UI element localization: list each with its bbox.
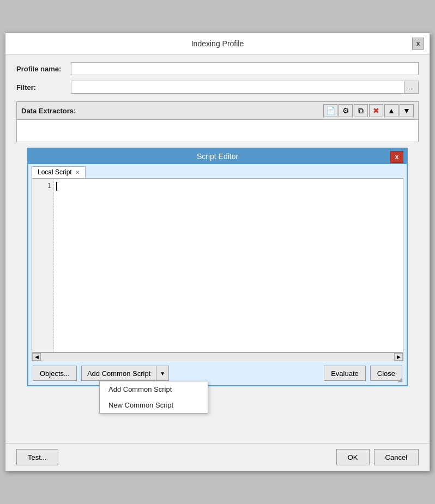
script-editor-tabs: Local Script ✕ <box>28 164 407 178</box>
filter-label: Filter: <box>16 83 65 92</box>
data-extractors-label: Data Extractors: <box>21 107 76 115</box>
line-numbers: 1 <box>32 179 54 352</box>
scroll-track[interactable] <box>41 353 394 361</box>
settings-button[interactable]: ⚙ <box>339 104 353 117</box>
scroll-right-button[interactable]: ▶ <box>394 353 403 361</box>
resize-handle[interactable]: ◢ <box>395 374 404 384</box>
cancel-button[interactable]: Cancel <box>374 449 419 465</box>
filter-input[interactable] <box>71 81 404 93</box>
copy-button[interactable]: ⧉ <box>354 104 368 117</box>
data-extractors-header: Data Extractors: 📄 ⚙ ⧉ ✖ ▲ <box>17 102 418 120</box>
objects-button[interactable]: Objects... <box>33 366 77 381</box>
move-down-button[interactable]: ▼ <box>400 104 414 117</box>
down-icon: ▼ <box>403 106 410 115</box>
main-dialog-footer: Test... OK Cancel <box>5 443 430 471</box>
delete-button[interactable]: ✖ <box>369 104 383 117</box>
profile-name-row: Profile name: <box>16 62 419 75</box>
filter-input-wrap: ... <box>71 81 419 94</box>
text-cursor <box>56 182 57 191</box>
toolbar-icons: 📄 ⚙ ⧉ ✖ ▲ ▼ <box>323 104 414 117</box>
profile-name-label: Profile name: <box>16 65 65 73</box>
script-editor-footer: Objects... Add Common Script ▼ Evaluate … <box>28 361 407 385</box>
tab-local-script[interactable]: Local Script ✕ <box>32 166 86 178</box>
data-extractors-body <box>17 120 418 142</box>
tab-close-icon[interactable]: ✕ <box>75 169 80 175</box>
dropdown-arrow-icon: ▼ <box>160 371 165 377</box>
gear-icon: ⚙ <box>342 106 349 115</box>
filter-browse-button[interactable]: ... <box>404 81 418 93</box>
bottom-area <box>16 392 419 435</box>
dropdown-menu: Add Common Script New Common Script <box>99 381 208 414</box>
tab-label: Local Script <box>38 168 72 176</box>
data-extractors-section: Data Extractors: 📄 ⚙ ⧉ ✖ ▲ <box>16 101 419 142</box>
new-extractor-button[interactable]: 📄 <box>323 104 337 117</box>
dropdown-item-add-common-script[interactable]: Add Common Script <box>100 381 208 397</box>
profile-name-input[interactable] <box>71 62 419 75</box>
add-common-script-main-button[interactable]: Add Common Script <box>82 366 156 380</box>
script-editor-title: Script Editor <box>197 152 238 161</box>
delete-icon: ✖ <box>373 106 379 115</box>
evaluate-button[interactable]: Evaluate <box>324 366 366 381</box>
script-editor-title-bar: Script Editor x <box>28 149 407 164</box>
script-area[interactable] <box>54 179 403 352</box>
up-icon: ▲ <box>388 106 395 115</box>
filter-row: Filter: ... <box>16 81 419 94</box>
add-common-script-split-button: Add Common Script ▼ <box>81 366 169 381</box>
main-close-button[interactable]: x <box>412 38 424 50</box>
dropdown-item-new-common-script[interactable]: New Common Script <box>100 397 208 413</box>
ok-button[interactable]: OK <box>336 449 370 465</box>
script-editor-dialog: Script Editor x Local Script ✕ 1 <box>27 148 408 386</box>
move-up-button[interactable]: ▲ <box>384 104 398 117</box>
test-button[interactable]: Test... <box>16 449 58 465</box>
add-common-script-dropdown-button[interactable]: ▼ <box>156 366 168 380</box>
new-icon: 📄 <box>326 106 335 115</box>
scroll-left-button[interactable]: ◀ <box>32 353 41 361</box>
script-editor-close-button[interactable]: x <box>390 151 403 163</box>
line-number-1: 1 <box>34 181 51 191</box>
title-bar: Indexing Profile x <box>5 33 430 54</box>
dialog-body: Profile name: Filter: ... Data Extractor… <box>5 54 430 443</box>
copy-icon: ⧉ <box>358 106 364 116</box>
dialog-title: Indexing Profile <box>23 39 412 48</box>
horizontal-scrollbar[interactable]: ◀ ▶ <box>32 353 403 361</box>
script-editor-content[interactable]: 1 <box>32 178 403 353</box>
main-dialog: Indexing Profile x Profile name: Filter:… <box>5 33 430 471</box>
